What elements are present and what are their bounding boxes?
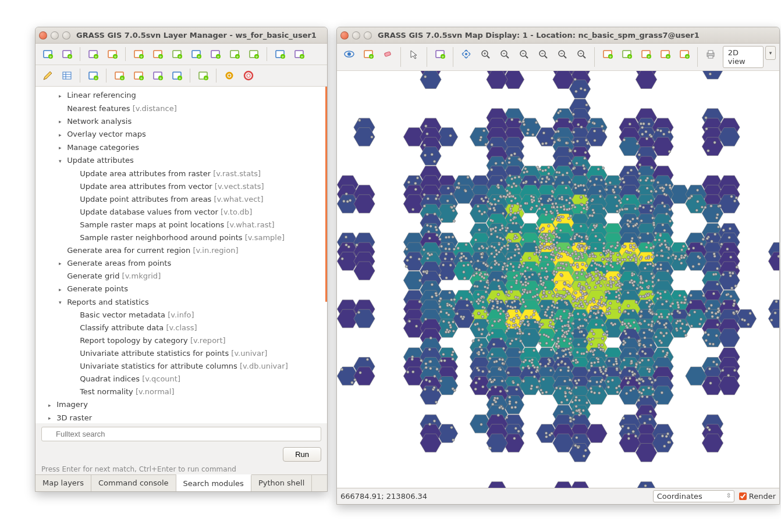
- maximize-icon[interactable]: [364, 31, 372, 40]
- import-db[interactable]: +: [194, 67, 212, 84]
- render-check-input[interactable]: [739, 492, 747, 500]
- tree-item[interactable]: Sample raster maps at point locations [v…: [36, 219, 327, 231]
- tab-map-layers[interactable]: Map layers: [36, 475, 91, 491]
- tab-search-modules[interactable]: Search modules: [176, 474, 251, 491]
- new-display[interactable]: +: [39, 46, 56, 62]
- gcps[interactable]: +: [149, 67, 166, 84]
- save-img[interactable]: +: [676, 46, 693, 62]
- tree-item[interactable]: Basic vector metadata [v.info]: [36, 309, 327, 322]
- export[interactable]: +: [104, 46, 121, 62]
- tree-item[interactable]: Update area attributes from vector [v.ve…: [36, 180, 327, 193]
- tree-item[interactable]: ▸ Network analysis: [36, 115, 327, 128]
- tab-python-shell[interactable]: Python shell: [251, 475, 312, 491]
- search-input[interactable]: [41, 427, 321, 441]
- caret-right-icon[interactable]: ▸: [59, 116, 65, 127]
- import[interactable]: +: [84, 46, 102, 62]
- render-checkbox[interactable]: Render: [739, 492, 776, 501]
- print[interactable]: [702, 46, 719, 62]
- tree-item[interactable]: Classify attribute data [v.class]: [36, 322, 327, 334]
- tree-item[interactable]: Test normality [v.normal]: [36, 385, 327, 398]
- caret-right-icon[interactable]: ▸: [59, 142, 65, 153]
- caret-down-icon[interactable]: ▾: [59, 155, 65, 167]
- zoom-out[interactable]: [496, 46, 513, 62]
- module-tree[interactable]: ▸ Linear referencing Nearest features [v…: [36, 87, 327, 423]
- add-wms[interactable]: +: [207, 46, 224, 62]
- tree-item[interactable]: Univariate statistics for attribute colu…: [36, 360, 327, 373]
- tree-item[interactable]: ▸ Generate points: [36, 283, 327, 296]
- tree-item[interactable]: ▸ Manage categories: [36, 141, 327, 155]
- titlebar[interactable]: GRASS GIS 7.0.5svn Layer Manager - ws_fo…: [36, 27, 327, 44]
- tree-item[interactable]: Update area attributes from raster [v.ra…: [36, 167, 327, 180]
- render[interactable]: [340, 46, 358, 62]
- caret-right-icon[interactable]: ▸: [59, 258, 65, 269]
- tab-command-console[interactable]: Command console: [91, 475, 176, 491]
- maximize-icon[interactable]: [62, 31, 70, 40]
- tree-item[interactable]: ▸ 3D raster: [36, 412, 327, 424]
- tree-item[interactable]: Nearest features [v.distance]: [36, 102, 327, 115]
- add-group[interactable]: +: [168, 46, 186, 62]
- measure[interactable]: +: [618, 46, 636, 62]
- tree-item[interactable]: ▸ Imagery: [36, 398, 327, 412]
- new-map[interactable]: +: [168, 67, 186, 84]
- tree-item[interactable]: ▾ Reports and statistics: [36, 296, 327, 309]
- zoom-last[interactable]: [515, 46, 532, 62]
- delete-layer[interactable]: +: [271, 46, 289, 62]
- new-workspace[interactable]: +: [58, 46, 76, 62]
- pan[interactable]: [457, 46, 475, 62]
- tree-item[interactable]: Report topology by category [v.report]: [36, 334, 327, 347]
- tree-item[interactable]: ▾ Update attributes: [36, 154, 327, 167]
- minimize-icon[interactable]: [51, 31, 59, 40]
- caret-down-icon[interactable]: ▾: [59, 297, 65, 308]
- status-mode-combo[interactable]: Coordinates: [653, 490, 734, 502]
- tree-item[interactable]: Univariate attribute statistics for poin…: [36, 347, 327, 360]
- query[interactable]: +: [431, 46, 449, 62]
- add-overlay[interactable]: +: [187, 46, 205, 62]
- caret-right-icon[interactable]: ▸: [59, 90, 65, 102]
- tree-item[interactable]: ▸ Overlay vector maps: [36, 128, 327, 141]
- analyze[interactable]: +: [599, 46, 616, 62]
- tree-item[interactable]: Sample raster neighborhood around points…: [36, 231, 327, 244]
- add-shaded[interactable]: +: [245, 46, 262, 62]
- add-vector[interactable]: +: [149, 46, 166, 62]
- tree-item[interactable]: Generate area for current region [v.in.r…: [36, 244, 327, 257]
- tree-item[interactable]: Update database values from vector [v.to…: [36, 206, 327, 219]
- add-rgb[interactable]: +: [226, 46, 243, 62]
- add-raster[interactable]: +: [130, 46, 147, 62]
- tree-item[interactable]: Quadrat indices [v.qcount]: [36, 373, 327, 385]
- help[interactable]: [240, 67, 257, 84]
- caret-right-icon[interactable]: ▸: [48, 412, 54, 423]
- caret-right-icon[interactable]: ▸: [59, 129, 65, 141]
- view-mode-combo[interactable]: 2D view: [723, 46, 764, 68]
- attribute-table[interactable]: [58, 67, 76, 84]
- edit-vector[interactable]: [39, 67, 56, 84]
- map-canvas[interactable]: [337, 71, 779, 488]
- remove-layer[interactable]: +: [290, 46, 308, 62]
- caret-right-icon[interactable]: ▸: [48, 399, 54, 411]
- toolbar-dropdown-icon[interactable]: ▾: [765, 46, 776, 60]
- caret-right-icon[interactable]: ▸: [59, 284, 65, 295]
- zoom-region[interactable]: [573, 46, 590, 62]
- tree-item[interactable]: Update point attributes from areas [v.wh…: [36, 193, 327, 206]
- close-icon[interactable]: [340, 31, 349, 40]
- erase[interactable]: [379, 46, 396, 62]
- zoom-next[interactable]: [534, 46, 552, 62]
- svg-point-1007: [528, 276, 531, 279]
- georectify[interactable]: +: [130, 67, 147, 84]
- add-layer[interactable]: +: [360, 46, 377, 62]
- run-button[interactable]: Run: [283, 447, 321, 462]
- minimize-icon[interactable]: [352, 31, 360, 40]
- close-icon[interactable]: [39, 31, 47, 40]
- raster-digitize[interactable]: +: [111, 67, 128, 84]
- titlebar[interactable]: GRASS GIS 7.0.5svn Map Display: 1 - Loca…: [337, 27, 779, 44]
- zoom-ext[interactable]: [553, 46, 571, 62]
- pointer[interactable]: [405, 46, 423, 62]
- settings-gear[interactable]: [221, 67, 238, 84]
- zoom-in[interactable]: [477, 46, 494, 62]
- profile[interactable]: +: [637, 46, 655, 62]
- svg-point-1005: [521, 273, 524, 276]
- tree-item[interactable]: ▸ Generate areas from points: [36, 257, 327, 270]
- add-text[interactable]: +: [656, 46, 674, 62]
- tree-item[interactable]: Generate grid [v.mkgrid]: [36, 270, 327, 283]
- add-layer[interactable]: +: [84, 67, 102, 84]
- tree-item[interactable]: ▸ Linear referencing: [36, 89, 327, 102]
